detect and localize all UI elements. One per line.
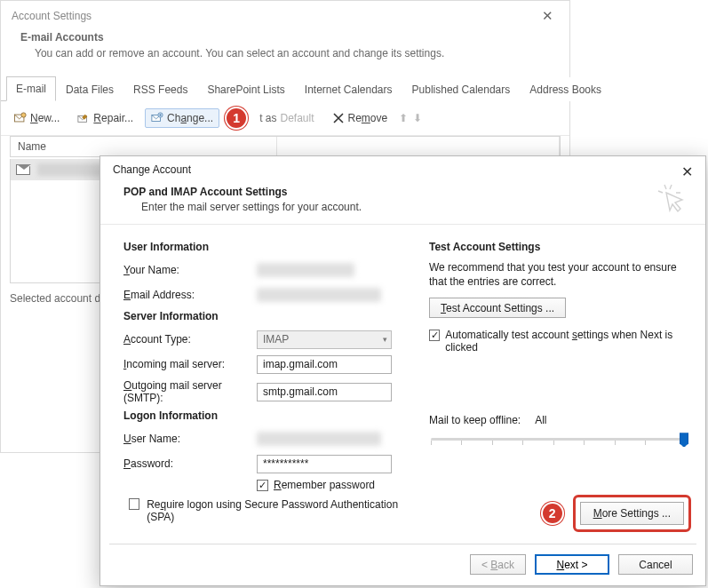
footer-separator <box>109 544 696 544</box>
tab-email[interactable]: E-mail <box>6 76 56 101</box>
require-spa-row[interactable]: Require logon using Secure Password Auth… <box>129 498 408 523</box>
account-type-row: Account Type: IMAP ▾ <box>123 330 408 349</box>
change-account-body: User Information Your Name: Email Addres… <box>100 225 705 527</box>
new-mail-icon <box>14 112 27 124</box>
email-label: Email Address: <box>123 289 257 301</box>
account-type-label: Account Type: <box>123 333 257 346</box>
column-name[interactable]: Name <box>11 137 277 156</box>
test-settings-heading: Test Account Settings <box>429 241 688 253</box>
email-accounts-subtext: You can add or remove an account. You ca… <box>35 47 552 60</box>
new-button[interactable]: New... <box>8 108 66 128</box>
cancel-button[interactable]: Cancel <box>618 554 693 575</box>
move-down-icon: ⬇ <box>413 112 422 124</box>
account-settings-title: Account Settings <box>12 10 91 22</box>
more-settings-area: 2 More Settings ... <box>541 495 691 532</box>
email-value-redacted <box>257 288 381 302</box>
auto-test-label: Automatically test account settings when… <box>445 329 688 354</box>
password-input[interactable] <box>257 455 392 473</box>
change-account-titlebar: Change Account ✕ <box>100 156 705 182</box>
close-icon[interactable]: ✕ <box>678 163 696 180</box>
repair-icon <box>77 112 90 124</box>
require-spa-label: Require logon using Secure Password Auth… <box>147 498 408 523</box>
remove-icon <box>332 112 345 124</box>
more-settings-highlight: More Settings ... <box>573 495 691 532</box>
email-row: Email Address: <box>123 285 408 305</box>
more-settings-button[interactable]: More Settings ... <box>580 502 684 525</box>
outgoing-server-row: Outgoing mail server (SMTP): <box>123 379 408 404</box>
user-info-heading: User Information <box>123 241 408 253</box>
remember-password-label: Remember password <box>274 479 375 491</box>
username-row: User Name: <box>123 429 408 449</box>
account-type-combo: IMAP ▾ <box>257 330 392 349</box>
left-column: User Information Your Name: Email Addres… <box>123 235 408 523</box>
incoming-server-row: Incoming mail server: <box>123 354 408 374</box>
account-toolbar: New... Repair... Change... 1 t as Defaul… <box>1 101 569 136</box>
account-tabs: E-mail Data Files RSS Feeds SharePoint L… <box>1 75 569 101</box>
your-name-value-redacted <box>257 263 354 277</box>
password-row: Password: <box>123 454 408 473</box>
move-up-icon: ⬆ <box>399 112 408 124</box>
remember-password-row[interactable]: Remember password <box>257 479 408 491</box>
incoming-server-label: Incoming mail server: <box>123 358 257 370</box>
wizard-buttons: < Back Next > Cancel <box>470 554 693 575</box>
chevron-down-icon: ▾ <box>383 335 387 344</box>
outgoing-server-input[interactable] <box>257 383 392 401</box>
tab-sharepoint-lists[interactable]: SharePoint Lists <box>197 77 294 101</box>
change-account-header: POP and IMAP Account Settings Enter the … <box>100 182 705 222</box>
require-spa-checkbox[interactable] <box>129 498 139 510</box>
set-default-button: t as Default <box>253 108 320 128</box>
auto-test-checkbox[interactable] <box>429 330 440 341</box>
mail-icon <box>16 164 30 175</box>
logon-info-heading: Logon Information <box>123 409 408 422</box>
test-settings-note: We recommend that you test your account … <box>429 260 688 289</box>
remove-button[interactable]: Remove <box>326 108 394 128</box>
pop-imap-heading: POP and IMAP Account Settings <box>123 186 688 198</box>
tab-rss-feeds[interactable]: RSS Feeds <box>123 77 197 101</box>
back-button: < Back <box>470 554 526 575</box>
incoming-server-input[interactable] <box>257 355 392 374</box>
username-label: User Name: <box>123 433 257 445</box>
auto-test-row[interactable]: Automatically test account settings when… <box>429 329 688 354</box>
change-icon <box>151 112 163 124</box>
remember-password-checkbox[interactable] <box>257 480 268 491</box>
account-list-header: Name <box>10 136 561 157</box>
svg-point-1 <box>21 113 26 117</box>
outgoing-server-label: Outgoing mail server (SMTP): <box>123 379 257 404</box>
tab-address-books[interactable]: Address Books <box>520 77 611 101</box>
right-column: Test Account Settings We recommend that … <box>429 235 688 523</box>
tab-data-files[interactable]: Data Files <box>56 77 123 101</box>
mail-keep-slider[interactable] <box>431 432 686 446</box>
cursor-click-icon <box>656 182 691 218</box>
tab-internet-calendars[interactable]: Internet Calendars <box>295 77 402 101</box>
account-type-value: IMAP <box>263 333 289 346</box>
test-account-settings-button[interactable]: Test Account Settings ... <box>429 298 566 318</box>
pop-imap-subtext: Enter the mail server settings for your … <box>141 201 688 213</box>
next-button[interactable]: Next > <box>535 554 609 575</box>
slider-thumb[interactable] <box>680 433 688 447</box>
username-value-redacted <box>257 432 381 446</box>
repair-button[interactable]: Repair... <box>71 108 139 128</box>
account-settings-titlebar: Account Settings ✕ <box>1 1 569 26</box>
change-button[interactable]: Change... <box>145 108 219 128</box>
callout-1-badge: 1 <box>225 107 248 130</box>
your-name-row: Your Name: <box>123 260 408 280</box>
server-info-heading: Server Information <box>123 310 408 322</box>
new-label: ew... <box>38 112 60 124</box>
email-accounts-heading: E-mail Accounts <box>20 31 552 44</box>
callout-2-badge: 2 <box>541 502 564 525</box>
close-icon[interactable]: ✕ <box>537 8 559 24</box>
mail-keep-label: Mail to keep offline: <box>429 414 521 426</box>
mail-keep-value: All <box>535 414 546 426</box>
mail-to-keep-section: Mail to keep offline: All <box>429 414 688 446</box>
tab-published-calendars[interactable]: Published Calendars <box>402 77 521 101</box>
your-name-label: Your Name: <box>123 264 257 276</box>
password-label: Password: <box>123 457 257 470</box>
change-account-title: Change Account <box>113 163 191 176</box>
column-spacer <box>277 137 560 156</box>
account-settings-header: E-mail Accounts You can add or remove an… <box>1 26 569 70</box>
change-account-dialog: Change Account ✕ POP and IMAP Account Se… <box>99 155 706 586</box>
